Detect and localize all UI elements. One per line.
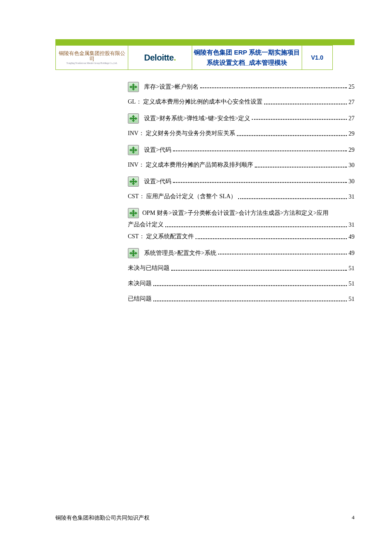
toc-text: 未决问题: [128, 280, 152, 287]
footer-left: 铜陵有色集团和德勤公司共同知识产权: [55, 514, 150, 522]
toc-dots: [153, 282, 347, 286]
toc-text: CST： 应用产品会计定义（含整个 SLA）: [128, 193, 236, 200]
company-name-cn: 铜陵有色金属集团控股有限公司: [58, 51, 126, 62]
toc-page: 30: [349, 162, 355, 169]
toc-page: 29: [349, 130, 355, 137]
toc-dots: [237, 132, 347, 136]
toc-page: 27: [349, 115, 355, 122]
deloitte-logo-cell: Deloitte.: [128, 46, 192, 70]
company-logo-cell: 铜陵有色金属集团控股有限公司 Tongling Nonferrous Metal…: [56, 46, 128, 70]
version-cell: V1.0: [302, 46, 332, 70]
toc-page: 25: [349, 84, 355, 90]
toc-text: INV： 定义成本费用分摊的产品简称及排列顺序: [128, 161, 253, 169]
toc-text: 产品会计定义: [128, 221, 164, 228]
header-accent-bar: [55, 39, 355, 45]
toc-entry: 未决与已结问题51: [128, 264, 355, 272]
toc-text: OPM 财务>设置>子分类帐会计设置>会计方法生成器>方法和定义>应用: [142, 209, 329, 217]
company-logo: 铜陵有色金属集团控股有限公司 Tongling Nonferrous Metal…: [58, 51, 126, 65]
toc-entry: CST： 应用产品会计定义（含整个 SLA）31: [128, 193, 355, 200]
toc-container: 库存>设置>帐户别名25GL： 定义成本费用分摊比例的成本中心安全性设置27 设…: [128, 78, 355, 310]
doc-title-line2: 系统设置文档_成本管理模块: [194, 58, 300, 68]
toc-page: 49: [349, 234, 355, 240]
toc-text: CST： 定义系统配置文件: [128, 233, 194, 240]
toc-page: 30: [349, 178, 355, 185]
toc-dots: [171, 266, 347, 271]
toc-entry: INV： 定义财务分类与业务分类对应关系29: [128, 130, 355, 137]
page-number: 4: [352, 514, 355, 522]
move-icon: [128, 208, 139, 218]
toc-page: 51: [349, 265, 355, 272]
toc-dots: [255, 163, 347, 168]
toc-text: 未决与已结问题: [128, 264, 170, 272]
company-name-en: Tongling Nonferrous Metals Group Holding…: [58, 62, 126, 65]
toc-page: 27: [349, 99, 355, 106]
toc-page: 31: [349, 222, 355, 228]
toc-text: GL： 定义成本费用分摊比例的成本中心安全性设置: [128, 98, 262, 106]
header-table: 铜陵有色金属集团控股有限公司 Tongling Nonferrous Metal…: [55, 45, 333, 70]
toc-text: INV： 定义财务分类与业务分类对应关系: [128, 130, 235, 137]
doc-title-cell: 铜陵有色集团 ERP 系统一期实施项目 系统设置文档_成本管理模块: [192, 46, 302, 70]
version-text: V1.0: [311, 54, 323, 61]
toc-dots: [264, 100, 347, 104]
toc-dots: [173, 147, 347, 152]
toc-text: 已结问题: [128, 295, 152, 303]
toc-entry: 系统管理员>配置文件>系统49: [128, 248, 355, 258]
toc-dots: [165, 223, 347, 227]
toc-entry: OPM 财务>设置>子分类帐会计设置>会计方法生成器>方法和定义>应用产品会计定…: [128, 208, 355, 228]
move-icon: [128, 176, 139, 187]
toc-text: 库存>设置>帐户别名: [144, 83, 199, 91]
toc-text: 设置>代码: [144, 178, 171, 185]
toc-page: 31: [349, 194, 355, 200]
move-icon: [128, 145, 139, 155]
toc-entry: 设置>财务系统>弹性域>键>安全性>定义27: [128, 113, 355, 124]
toc-text: 设置>代码: [144, 146, 171, 154]
toc-dots: [200, 84, 347, 89]
toc-entry: 库存>设置>帐户别名25: [128, 82, 355, 92]
toc-page: 49: [349, 250, 355, 257]
move-icon: [128, 248, 139, 258]
toc-dots: [252, 116, 347, 120]
toc-text: 设置>财务系统>弹性域>键>安全性>定义: [144, 115, 250, 122]
toc-dots: [153, 297, 347, 301]
toc-entry: 已结问题51: [128, 295, 355, 303]
toc-entry: 设置>代码30: [128, 176, 355, 187]
toc-text: 系统管理员>配置文件>系统: [144, 249, 216, 257]
deloitte-logo: Deloitte.: [144, 53, 176, 62]
toc-dots: [196, 235, 347, 239]
footer: 铜陵有色集团和德勤公司共同知识产权 4: [55, 514, 355, 522]
move-icon: [128, 113, 139, 124]
toc-page: 29: [349, 147, 355, 153]
toc-entry: GL： 定义成本费用分摊比例的成本中心安全性设置27: [128, 98, 355, 106]
toc-page: 51: [349, 296, 355, 303]
doc-title-line1: 铜陵有色集团 ERP 系统一期实施项目: [194, 47, 300, 58]
toc-entry: 设置>代码29: [128, 145, 355, 155]
move-icon: [128, 82, 139, 92]
toc-entry: CST： 定义系统配置文件49: [128, 233, 355, 240]
toc-dots: [238, 195, 347, 199]
toc-dots: [173, 179, 347, 183]
toc-entry: 未决问题51: [128, 280, 355, 287]
toc-page: 51: [349, 280, 355, 287]
toc-entry: INV： 定义成本费用分摊的产品简称及排列顺序30: [128, 161, 355, 169]
toc-dots: [218, 251, 347, 255]
